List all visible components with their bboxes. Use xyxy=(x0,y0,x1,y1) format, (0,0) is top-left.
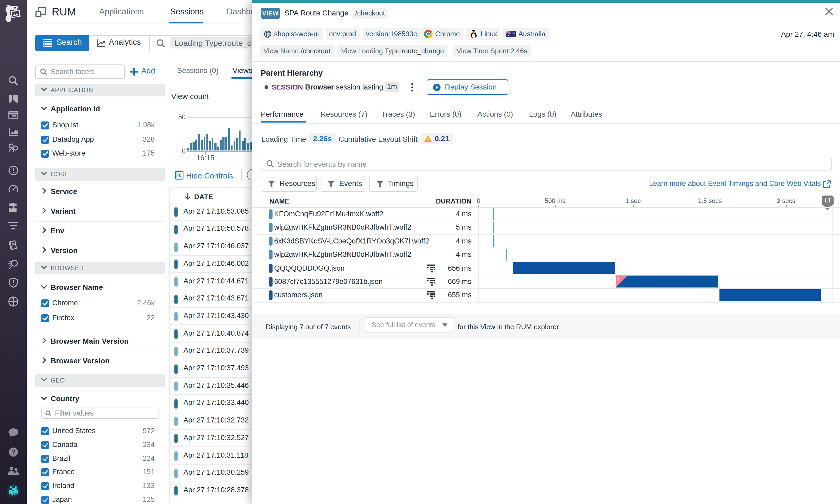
svg-text:?: ? xyxy=(11,448,15,456)
